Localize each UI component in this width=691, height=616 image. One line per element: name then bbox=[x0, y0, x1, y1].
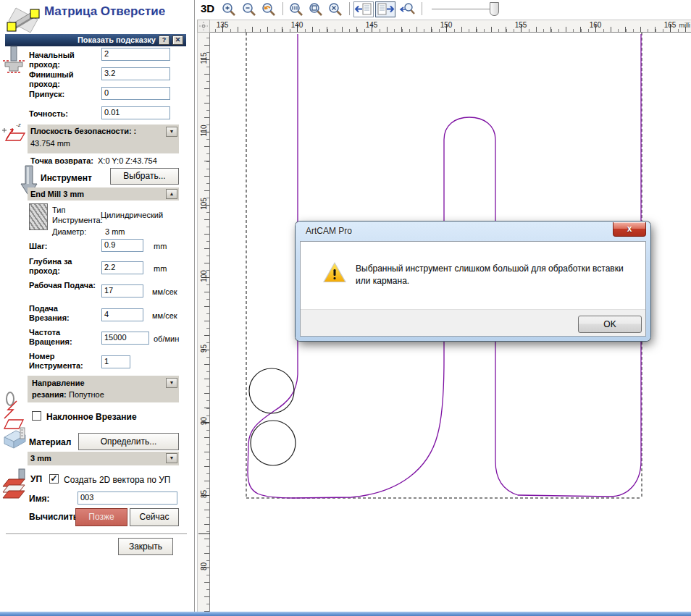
material-label: Материал bbox=[29, 438, 71, 447]
ruler-label: 80 bbox=[200, 560, 208, 573]
ruler-label: 105 bbox=[200, 198, 208, 211]
home-point-label: Точка возврата: bbox=[30, 156, 93, 166]
stepdown-input[interactable]: 2.2 bbox=[101, 261, 143, 274]
tool-name: End Mill 3 mm bbox=[30, 190, 84, 199]
plunge-tool-icon bbox=[3, 45, 28, 78]
ruler-origin-icon bbox=[197, 20, 210, 33]
toolbar-separator bbox=[349, 2, 350, 15]
stepover-input[interactable]: 0.9 bbox=[101, 239, 143, 252]
spindle-input[interactable]: 15000 bbox=[101, 332, 149, 345]
tool-thumbnail bbox=[29, 203, 48, 230]
artcam-window: 3D bbox=[0, 0, 691, 616]
horizontal-ruler: 135 140 145 150 155 160 165 milli bbox=[210, 20, 691, 33]
spindle-unit: об/мин bbox=[154, 334, 179, 344]
material-expand-button[interactable]: ▼ bbox=[166, 453, 177, 463]
view-toolbar: 3D bbox=[196, 0, 691, 19]
safe-z-value: 43.754 mm bbox=[30, 139, 70, 148]
drill-wizard-icon bbox=[6, 4, 41, 38]
divider bbox=[6, 533, 187, 534]
tool-type-label: Тип bbox=[52, 206, 65, 215]
next-vector-icon[interactable] bbox=[375, 1, 395, 17]
calculate-later-button[interactable]: Позже bbox=[75, 508, 127, 526]
svg-text:-z: -z bbox=[16, 122, 21, 128]
ruler-label: 150 bbox=[440, 21, 453, 29]
stepover-unit: mm bbox=[154, 242, 167, 251]
zoom-previous-icon[interactable] bbox=[261, 1, 278, 17]
zoom-vector-icon[interactable] bbox=[398, 1, 416, 17]
tool-number-label: Номер Инструмента: bbox=[29, 352, 98, 371]
zoom-object-icon[interactable] bbox=[327, 1, 345, 17]
dialog-client-area: Выбранный инструмент слишком большой для… bbox=[300, 241, 646, 337]
toolpath-name-input[interactable]: 003 bbox=[78, 491, 177, 505]
feedrate-input[interactable]: 17 bbox=[101, 284, 143, 298]
start-pass-label: Начальный проход: bbox=[29, 51, 101, 69]
tool-type-label2: Инструмента: bbox=[52, 216, 103, 225]
calculate-label: Вычислить bbox=[29, 512, 78, 522]
tolerance-input[interactable]: 0.01 bbox=[101, 106, 170, 119]
view-3d-button[interactable]: 3D bbox=[201, 2, 214, 14]
plungerate-input[interactable]: 4 bbox=[101, 308, 143, 321]
finish-pass-input[interactable]: 3.2 bbox=[101, 67, 170, 80]
define-material-button[interactable]: Определить... bbox=[78, 433, 179, 450]
ruler-label: 140 bbox=[291, 21, 303, 29]
finish-pass-label: Финишный проход: bbox=[29, 70, 101, 89]
nc-2d-vectors-label: Создать 2D вектора по УП bbox=[64, 476, 170, 485]
allowance-label: Припуск: bbox=[29, 90, 101, 99]
warning-icon bbox=[322, 261, 347, 287]
tool-name-bar: End Mill 3 mm ▲ bbox=[28, 187, 179, 201]
zoom-out-icon[interactable] bbox=[241, 1, 259, 17]
zoom-in-icon[interactable] bbox=[221, 1, 238, 17]
toolbar-separator bbox=[422, 2, 422, 15]
start-pass-input[interactable]: 2 bbox=[101, 48, 170, 61]
calculate-now-button[interactable]: Сейчас bbox=[130, 508, 179, 526]
plungerate-unit: мм/сек bbox=[152, 311, 177, 321]
name-label: Имя: bbox=[29, 494, 50, 504]
safe-z-label: Плоскость безопасности: : bbox=[30, 127, 161, 136]
stepdown-unit: mm bbox=[154, 264, 167, 274]
taskbar-edge bbox=[0, 612, 691, 616]
ruler-label: 90 bbox=[200, 415, 208, 428]
zoom-fit-icon[interactable] bbox=[308, 1, 325, 17]
tolerance-label: Точность: bbox=[29, 109, 101, 119]
zoom-one-to-one-icon[interactable] bbox=[288, 1, 306, 17]
nc-label: УП bbox=[30, 475, 42, 484]
safe-z-section: Плоскость безопасности: : 43.754 mm ▼ bbox=[28, 125, 179, 153]
ruler-label: 85 bbox=[200, 488, 208, 501]
artcam-message-dialog: ArtCAM Pro x Выбранный инструмент слишко… bbox=[296, 221, 650, 341]
tool-type-value: Цилиндрический bbox=[101, 211, 163, 220]
ruler-label: 160 bbox=[590, 21, 602, 29]
nc-program-icon bbox=[1, 468, 29, 502]
safe-z-icon: -z bbox=[1, 120, 26, 146]
cut-direction-value: Попутное bbox=[69, 390, 104, 400]
cut-direction-section: Направление резания: Попутное ▼ bbox=[28, 376, 179, 402]
panel-close-button[interactable]: ✕ bbox=[172, 35, 183, 45]
help-button[interactable]: ? bbox=[159, 35, 169, 45]
ruler-label: 145 bbox=[366, 21, 378, 29]
cut-direction-label1: Направление bbox=[32, 379, 85, 388]
zoom-slider-track[interactable] bbox=[432, 9, 494, 10]
safe-z-expand-button[interactable]: ▼ bbox=[166, 127, 177, 137]
drill-circle-bottom bbox=[251, 421, 296, 465]
select-tool-button[interactable]: Выбрать... bbox=[110, 168, 179, 185]
ruler-label: 110 bbox=[200, 125, 208, 138]
nc-2d-vectors-checkbox[interactable]: ✓ bbox=[49, 474, 59, 484]
previous-vector-icon[interactable] bbox=[353, 1, 374, 17]
allowance-input[interactable]: 0 bbox=[101, 87, 170, 100]
cut-direction-expand-button[interactable]: ▼ bbox=[166, 378, 177, 388]
feedrate-unit: мм/сек bbox=[152, 287, 177, 297]
dialog-title: ArtCAM Pro bbox=[306, 221, 352, 241]
tool-diameter-value: 3 mm bbox=[105, 227, 125, 237]
close-panel-button[interactable]: Закрыть bbox=[118, 538, 173, 555]
spindle-label: Частота Вращения: bbox=[29, 328, 98, 347]
plungerate-label: Подача Врезания: bbox=[29, 304, 98, 323]
zoom-slider-handle[interactable] bbox=[490, 2, 499, 16]
dialog-message-line1: Выбранный инструмент слишком большой для… bbox=[356, 263, 624, 274]
ramp-label: Наклонное Врезание bbox=[46, 413, 137, 422]
drill-circle-top bbox=[249, 368, 294, 413]
dialog-message-line2: или кармана. bbox=[356, 275, 409, 287]
tool-number-input[interactable]: 1 bbox=[101, 355, 130, 368]
ok-button[interactable]: OK bbox=[578, 316, 642, 333]
tool-collapse-button[interactable]: ▲ bbox=[166, 189, 177, 199]
ramp-checkbox[interactable] bbox=[32, 411, 41, 421]
dialog-close-button[interactable]: x bbox=[613, 222, 646, 237]
